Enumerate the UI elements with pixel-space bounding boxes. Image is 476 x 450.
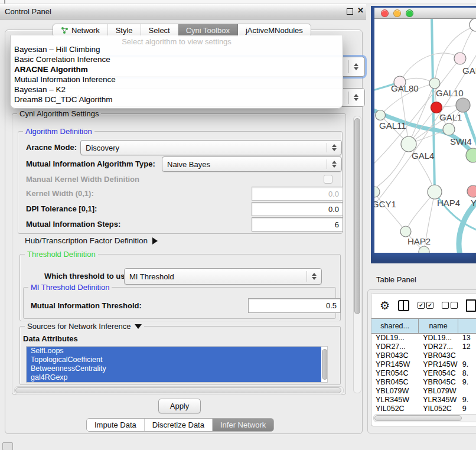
network-node-hap4[interactable] <box>428 185 442 199</box>
algorithm-option-bayesian-k2[interactable]: Bayesian – K2 <box>14 85 66 94</box>
float-icon[interactable] <box>347 8 353 15</box>
table-cell: YLR345W <box>371 396 419 405</box>
table-cell: 13 <box>458 334 476 343</box>
mi-threshold-field[interactable]: 0.5 <box>248 298 341 313</box>
dpi-tolerance-field[interactable]: 0.0 <box>252 202 343 216</box>
network-node-hap2[interactable] <box>400 226 411 237</box>
close-icon[interactable]: ✕ <box>357 6 364 15</box>
table-row[interactable]: YER054CYER054C8. <box>371 369 476 378</box>
algorithm-option-dream8-dc-tdc-algorithm[interactable]: Dream8 DC_TDC Algorithm <box>14 95 113 104</box>
attribute-item-gal4rgexp[interactable]: gal4RGexp <box>27 373 327 382</box>
cyni-algorithm-settings: Cyni Algorithm Settings Algorithm Defini… <box>11 113 346 394</box>
table-hscroll-thumb[interactable] <box>374 415 462 421</box>
mi-type-combo[interactable]: Naive Bayes <box>162 156 342 172</box>
top-strip <box>0 0 476 4</box>
tab-discretize-data[interactable]: Discretize Data <box>145 419 213 431</box>
table-horizontal-scrollbar[interactable] <box>373 414 476 422</box>
algorithm-option-aracne-algorithm[interactable]: ARACNE Algorithm <box>14 65 88 74</box>
settings-vertical-scrollbar[interactable] <box>353 116 361 393</box>
network-edge[interactable] <box>400 53 460 82</box>
mac-minimize-button[interactable] <box>393 9 401 17</box>
settings-hscroll-thumb[interactable] <box>15 387 341 393</box>
mi-steps-field[interactable]: 6 <box>252 217 343 231</box>
network-node[interactable] <box>431 102 442 113</box>
network-window-titlebar[interactable] <box>374 8 476 19</box>
table-row[interactable]: YBR045CYBR045C9. <box>371 378 476 387</box>
screen: Control Panel ✕ Inference Algorithm gal-… <box>0 0 476 450</box>
network-node-y[interactable] <box>467 185 476 197</box>
network-node-gal10[interactable] <box>429 78 440 89</box>
network-node-gal11[interactable] <box>376 110 386 120</box>
checked-pair-icon[interactable]: ✔✔ <box>418 302 433 309</box>
tab-impute-data[interactable]: Impute Data <box>87 419 145 431</box>
algorithm-option-bayesian-hill-climbing[interactable]: Bayesian – Hill Climbing <box>14 45 100 54</box>
which-threshold-label: Which threshold to use: <box>44 272 132 281</box>
network-node-gal4[interactable] <box>401 136 416 152</box>
attr-list-scroll-thumb[interactable] <box>322 349 328 380</box>
apply-button[interactable]: Apply <box>158 399 201 413</box>
network-node-gal[interactable] <box>454 53 466 64</box>
aracne-mode-combo[interactable]: Discovery <box>80 140 342 155</box>
aracne-mode-value: Discovery <box>86 144 119 152</box>
sources-title-text: Sources for Network Inference <box>27 322 131 331</box>
column-header-name[interactable]: name <box>419 319 458 333</box>
unchecked-pair-icon[interactable] <box>442 302 458 309</box>
network-edge[interactable] <box>374 192 406 231</box>
table-row[interactable]: YPR145WYPR145W9. <box>371 360 476 369</box>
settings-horizontal-scrollbar[interactable] <box>14 386 344 394</box>
settings-vscroll-thumb[interactable] <box>354 118 360 314</box>
table-cell: YPR145W <box>419 360 458 369</box>
algorithm-option-basic-correlation-inference[interactable]: Basic Correlation Inference <box>14 55 110 64</box>
which-threshold-combo[interactable]: MI Threshold <box>124 268 322 285</box>
tab-network[interactable]: Network <box>53 24 108 37</box>
network-node-gal1[interactable] <box>443 123 455 135</box>
dock-mini-icon[interactable] <box>2 442 13 450</box>
network-node[interactable] <box>456 98 470 112</box>
table-cell: 9 <box>458 405 476 413</box>
mac-zoom-button[interactable] <box>406 9 413 17</box>
table-cell: YDR27... <box>371 343 419 351</box>
table-row[interactable]: YIL052CYIL052C9 <box>371 405 476 413</box>
table-panel-card: ⚙ ✔✔ shared...name YDL19...YDL19...13YDR… <box>371 293 476 426</box>
file-icon[interactable] <box>466 299 476 312</box>
data-attributes-list[interactable]: SelfLoopsTopologicalCoefficientBetweenne… <box>26 346 328 383</box>
network-view-canvas[interactable]: GALGAL80GAL10GAL1GAL11SWI4GAL4GCY1HAP4YH… <box>374 19 476 253</box>
table-cell: YBL079W <box>371 387 419 396</box>
table-row[interactable]: YBL079WYBL079W <box>371 387 476 396</box>
tab-style[interactable]: Style <box>108 24 141 37</box>
cyni-settings-group-title: Cyni Algorithm Settings <box>17 109 101 118</box>
mi-threshold-label: Mutual Information Threshold: <box>31 301 142 310</box>
network-edge[interactable] <box>374 144 409 191</box>
table-row[interactable]: YLR345WYLR345W9. <box>371 396 476 405</box>
table-header-row: shared...name <box>371 318 476 334</box>
manual-kernel-checkbox[interactable] <box>324 175 332 184</box>
hub-definition-expander[interactable]: Hub/Transcription Factor Definition <box>25 236 158 245</box>
tab-infer-network[interactable]: Infer Network <box>213 419 273 431</box>
tab-cyni-toolbox[interactable]: Cyni Toolbox <box>178 24 238 37</box>
attribute-item-topologicalcoefficient[interactable]: TopologicalCoefficient <box>27 356 327 364</box>
gear-icon[interactable]: ⚙ <box>380 300 390 311</box>
column-header-shared-[interactable]: shared... <box>371 319 419 333</box>
table-cell: YBR043C <box>419 351 458 360</box>
table-panel-title: Table Panel <box>376 275 416 284</box>
column-header-col2[interactable] <box>458 319 476 333</box>
kernel-width-field[interactable]: 0.0 <box>252 187 343 201</box>
attribute-item-betweennesscentrality[interactable]: BetweennessCentrality <box>27 364 327 373</box>
table-row[interactable]: YBR043CYBR043C <box>371 351 476 360</box>
table-row[interactable]: YDL19...YDL19...13 <box>371 334 476 343</box>
attr-list-scrollbar[interactable] <box>321 347 327 382</box>
which-threshold-value: MI Threshold <box>129 272 174 281</box>
attribute-item-selfloops[interactable]: SelfLoops <box>27 347 327 356</box>
mac-close-button[interactable] <box>381 9 389 17</box>
expander-collapsed-icon <box>152 237 158 244</box>
columns-icon[interactable] <box>398 300 409 311</box>
algorithm-option-mutual-information-inference[interactable]: Mutual Information Inference <box>14 75 116 84</box>
network-node[interactable] <box>419 246 429 253</box>
table-row[interactable]: YDR27...YDR27...12 <box>371 343 476 351</box>
tab-jactivemnodules[interactable]: jActiveMNodules <box>238 24 311 37</box>
network-node[interactable] <box>470 19 476 31</box>
network-node-swi4[interactable] <box>466 148 476 162</box>
network-graph[interactable]: GALGAL80GAL10GAL1GAL11SWI4GAL4GCY1HAP4YH… <box>374 19 476 253</box>
tab-select[interactable]: Select <box>141 24 178 37</box>
network-node-gcy1[interactable] <box>374 187 380 197</box>
